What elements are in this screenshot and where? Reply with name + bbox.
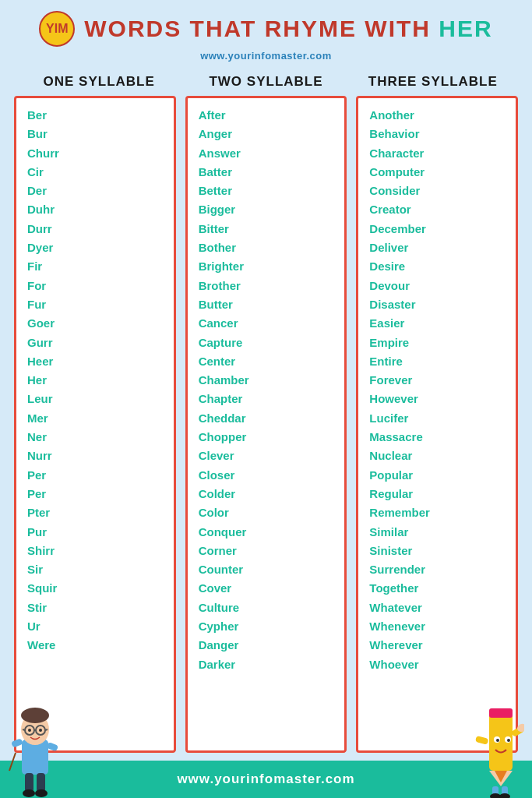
svg-point-23 bbox=[496, 739, 499, 742]
list-item: Pter bbox=[27, 503, 163, 522]
svg-point-24 bbox=[507, 739, 510, 742]
mascot-pencil bbox=[474, 704, 524, 798]
list-item: Cypher bbox=[199, 617, 334, 636]
list-item: Whenever bbox=[369, 617, 505, 636]
list-item: Creator bbox=[369, 200, 505, 219]
list-item: Computer bbox=[369, 163, 505, 182]
list-item: Squir bbox=[27, 579, 163, 598]
col-header-3: THREE SYLLABLE bbox=[350, 74, 516, 90]
list-item: Fir bbox=[27, 257, 163, 276]
list-item: Cir bbox=[27, 163, 163, 182]
list-item: Leur bbox=[27, 390, 163, 408]
svg-point-30 bbox=[490, 793, 501, 798]
list-item: Heer bbox=[27, 352, 163, 371]
svg-point-2 bbox=[21, 708, 49, 723]
three-syllable-column: AnotherBehaviorCharacterComputerConsider… bbox=[356, 96, 518, 753]
list-item: Brother bbox=[199, 277, 334, 295]
list-item: Center bbox=[199, 352, 334, 371]
list-item: Chamber bbox=[199, 371, 334, 390]
list-item: Goer bbox=[27, 314, 163, 333]
list-item: Bigger bbox=[199, 200, 334, 219]
list-item: Similar bbox=[369, 523, 505, 542]
list-item: Disaster bbox=[369, 295, 505, 314]
list-item: Entire bbox=[369, 352, 505, 371]
list-item: Wherever bbox=[369, 636, 505, 655]
list-item: Forever bbox=[369, 371, 505, 390]
two-syllable-column: AfterAngerAnswerBatterBetterBiggerBitter… bbox=[185, 96, 347, 753]
list-item: Anger bbox=[199, 125, 334, 143]
list-item: Stir bbox=[27, 598, 163, 617]
list-item: Counter bbox=[199, 560, 334, 579]
list-item: Chapter bbox=[199, 390, 334, 408]
list-item: Nurr bbox=[27, 447, 163, 465]
list-item: Bother bbox=[199, 238, 334, 257]
list-item: Regular bbox=[369, 485, 505, 503]
list-item: Character bbox=[369, 144, 505, 163]
list-item: Danger bbox=[199, 636, 334, 655]
svg-line-7 bbox=[45, 729, 48, 730]
list-item: Her bbox=[27, 371, 163, 390]
mascot-boy bbox=[8, 697, 62, 798]
svg-point-12 bbox=[23, 789, 35, 797]
list-item: Cover bbox=[199, 579, 334, 598]
svg-point-8 bbox=[28, 729, 31, 732]
list-item: Corner bbox=[199, 542, 334, 560]
list-item: Der bbox=[27, 182, 163, 200]
list-item: Sinister bbox=[369, 542, 505, 560]
list-item: Darker bbox=[199, 655, 334, 674]
list-item: Durr bbox=[27, 220, 163, 238]
list-item: Colder bbox=[199, 485, 334, 503]
list-item: Ur bbox=[27, 617, 163, 636]
list-item: Brighter bbox=[199, 257, 334, 276]
col-header-2: TWO SYLLABLE bbox=[182, 74, 349, 90]
list-item: Culture bbox=[199, 598, 334, 617]
list-item: Behavior bbox=[369, 125, 505, 143]
title-part1: WORDS THAT RHYME WITH bbox=[84, 16, 439, 41]
list-item: Consider bbox=[369, 182, 505, 200]
list-item: Cancer bbox=[199, 314, 334, 333]
list-item: Capture bbox=[199, 334, 334, 352]
list-item: Devour bbox=[369, 277, 505, 295]
list-item: Dyer bbox=[27, 238, 163, 257]
list-item: Batter bbox=[199, 163, 334, 182]
list-item: Chopper bbox=[199, 428, 334, 447]
list-item: Fur bbox=[27, 295, 163, 314]
list-item: Nuclear bbox=[369, 447, 505, 465]
list-item: Duhr bbox=[27, 200, 163, 219]
list-item: Mer bbox=[27, 409, 163, 428]
svg-point-9 bbox=[39, 729, 42, 732]
footer-url: www.yourinfomaster.com bbox=[177, 772, 354, 787]
list-item: Empire bbox=[369, 334, 505, 352]
list-item: Cheddar bbox=[199, 409, 334, 428]
list-item: December bbox=[369, 220, 505, 238]
list-item: Butter bbox=[199, 295, 334, 314]
list-item: Answer bbox=[199, 144, 334, 163]
column-headers: ONE SYLLABLE TWO SYLLABLE THREE SYLLABLE bbox=[0, 68, 532, 93]
main-title: WORDS THAT RHYME WITH HER bbox=[84, 16, 492, 42]
list-item: Surrender bbox=[369, 560, 505, 579]
word-lists: BerBurChurrCirDerDuhrDurrDyerFirForFurGo… bbox=[0, 93, 532, 761]
one-syllable-column: BerBurChurrCirDerDuhrDurrDyerFirForFurGo… bbox=[14, 96, 176, 753]
list-item: Whoever bbox=[369, 655, 505, 674]
list-item: Per bbox=[27, 485, 163, 503]
list-item: Remember bbox=[369, 503, 505, 522]
header: YIM WORDS THAT RHYME WITH HER bbox=[0, 0, 532, 50]
list-item: Conquer bbox=[199, 523, 334, 542]
list-item: Clever bbox=[199, 447, 334, 465]
list-item: Were bbox=[27, 636, 163, 655]
list-item: However bbox=[369, 390, 505, 408]
list-item: Gurr bbox=[27, 334, 163, 352]
svg-rect-14 bbox=[11, 738, 23, 747]
list-item: Lucifer bbox=[369, 409, 505, 428]
list-item: Together bbox=[369, 579, 505, 598]
list-item: Closer bbox=[199, 466, 334, 485]
title-highlight: HER bbox=[439, 16, 492, 41]
list-item: Popular bbox=[369, 466, 505, 485]
svg-rect-18 bbox=[489, 708, 513, 718]
list-item: Bitter bbox=[199, 220, 334, 238]
list-item: Easier bbox=[369, 314, 505, 333]
list-item: For bbox=[27, 277, 163, 295]
list-item: Churr bbox=[27, 144, 163, 163]
list-item: Sir bbox=[27, 560, 163, 579]
logo: YIM bbox=[39, 11, 75, 47]
